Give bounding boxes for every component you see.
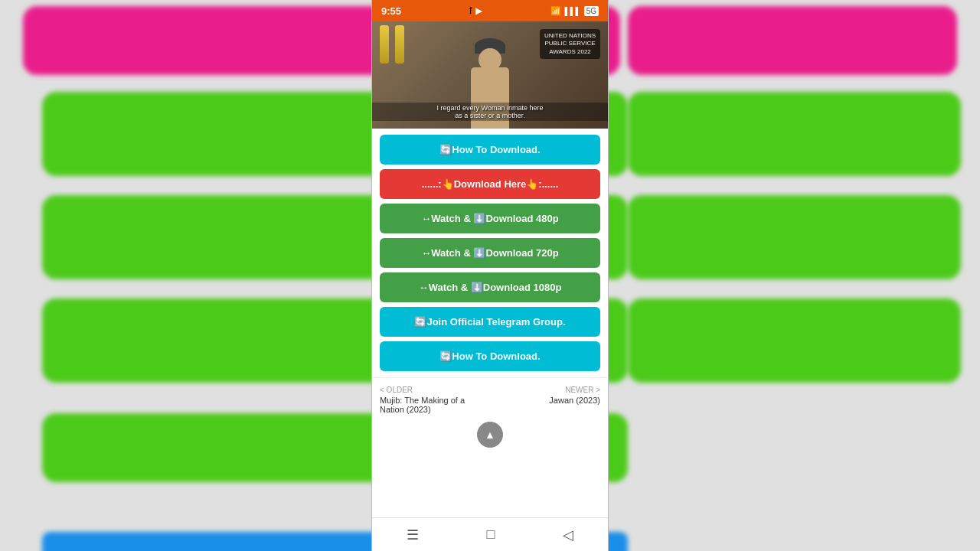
signal-icon: ▌▌▌ — [564, 7, 580, 15]
watch-download-1080p-button[interactable]: ↔️Watch & ⬇️Download 1080p — [380, 272, 600, 302]
bg-green-banner-1r — [628, 92, 961, 176]
status-time: 9:55 — [381, 5, 401, 17]
facebook-icon: f — [469, 5, 472, 16]
bg-green-banner-3r — [628, 298, 961, 383]
home-icon[interactable]: □ — [487, 527, 495, 543]
buttons-section: 🔄How To Download. ......:👆Download Here👆… — [372, 129, 608, 377]
older-label: < OLDER — [380, 386, 479, 394]
newer-title: Jawan (2023) — [549, 396, 600, 405]
pagination-older[interactable]: < OLDER Mujib: The Making of a Nation (2… — [380, 386, 479, 414]
status-system-icons: 📶 ▌▌▌ 5G — [550, 6, 599, 16]
decor-pillar-2 — [395, 25, 404, 64]
bg-green-banner-2r — [628, 195, 961, 279]
youtube-icon: ▶ — [475, 5, 482, 16]
older-title: Mujib: The Making of a Nation (2023) — [380, 396, 479, 414]
wifi-icon: 📶 — [550, 6, 561, 16]
back-icon[interactable]: ◁ — [563, 527, 573, 543]
status-bar: 9:55 f ▶ 📶 ▌▌▌ 5G — [372, 0, 608, 21]
video-badge: UNITED NATIONSPUBLIC SERVICEAWARDS 2022 — [540, 29, 600, 59]
menu-icon[interactable]: ☰ — [407, 527, 419, 543]
decor-pillar-1 — [380, 25, 389, 64]
newer-label: NEWER > — [549, 386, 600, 394]
pagination-newer[interactable]: NEWER > Jawan (2023) — [549, 386, 600, 414]
watch-download-480p-button[interactable]: ↔️Watch & ⬇️Download 480p — [380, 204, 600, 233]
video-thumbnail: UNITED NATIONSPUBLIC SERVICEAWARDS 2022 … — [372, 21, 608, 129]
scroll-top-button[interactable]: ▲ — [477, 422, 503, 448]
phone-mockup: 9:55 f ▶ 📶 ▌▌▌ 5G UNITED NATIONSPUBLIC S… — [371, 0, 609, 551]
bg-pink-banner-right — [628, 6, 957, 75]
chevron-up-icon: ▲ — [485, 429, 495, 441]
how-to-download-button-2[interactable]: 🔄How To Download. — [380, 341, 600, 371]
download-here-button[interactable]: ......:👆Download Here👆:...... — [380, 169, 600, 199]
how-to-download-button-1[interactable]: 🔄How To Download. — [380, 135, 600, 165]
watch-download-720p-button[interactable]: ↔️Watch & ⬇️Download 720p — [380, 238, 600, 268]
telegram-button[interactable]: 🔄Join Official Telegram Group. — [380, 307, 600, 337]
video-subtitle: I regard every Woman inmate here as a si… — [372, 103, 608, 121]
pagination: < OLDER Mujib: The Making of a Nation (2… — [372, 377, 608, 419]
battery-icon: 5G — [584, 6, 599, 16]
status-app-icons: f ▶ — [469, 5, 482, 16]
bottom-nav: ☰ □ ◁ — [372, 517, 608, 551]
phone-content[interactable]: UNITED NATIONSPUBLIC SERVICEAWARDS 2022 … — [372, 21, 608, 517]
